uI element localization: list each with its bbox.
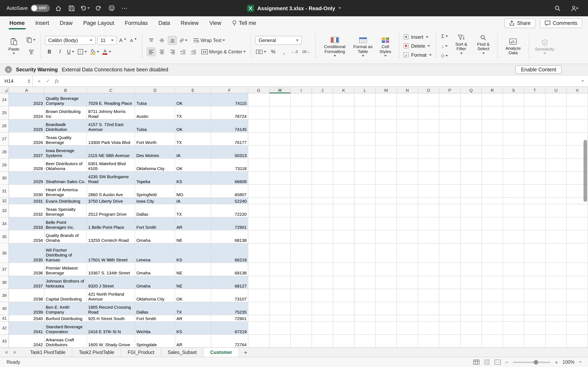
cell-A43[interactable]: 2042 <box>9 335 44 347</box>
cell-H30[interactable] <box>269 172 291 185</box>
cell-N41[interactable] <box>397 315 418 322</box>
zoom-out-button[interactable]: − <box>505 359 508 365</box>
cell-S36[interactable] <box>503 243 524 263</box>
cell-Q33[interactable] <box>461 204 482 217</box>
cell-S41[interactable] <box>503 315 524 322</box>
cell-V39[interactable] <box>567 289 588 302</box>
cell-R32[interactable] <box>482 198 503 204</box>
align-bottom-button[interactable] <box>168 36 177 45</box>
cell-V24[interactable] <box>567 93 588 106</box>
cell-H34[interactable] <box>269 217 291 230</box>
cell-H31[interactable] <box>269 185 291 198</box>
paste-button[interactable]: Paste <box>5 37 23 55</box>
cell-T30[interactable] <box>524 172 545 185</box>
cell-V26[interactable] <box>567 119 588 133</box>
cell-J26[interactable] <box>312 119 333 133</box>
cell-L28[interactable] <box>355 146 376 159</box>
orientation-button[interactable]: ab <box>178 36 188 45</box>
cell-G30[interactable] <box>248 172 269 185</box>
row-header-34[interactable]: 34 <box>0 217 9 230</box>
cell-D41[interactable]: Fort Smith <box>135 315 175 322</box>
cell-B40[interactable]: Ben E. Keith Company <box>44 302 87 315</box>
cell-A28[interactable]: 2027 <box>9 146 44 159</box>
format-as-table-button[interactable]: Format as Table <box>351 34 374 58</box>
cell-C33[interactable]: 2512 Program Drive <box>87 204 135 217</box>
format-cells-button[interactable]: Format <box>403 51 432 59</box>
cell-U37[interactable] <box>545 263 567 276</box>
cell-M41[interactable] <box>376 315 397 322</box>
name-box-stepper[interactable] <box>28 79 30 83</box>
cell-S38[interactable] <box>503 276 524 289</box>
cell-N34[interactable] <box>397 217 418 230</box>
cell-R37[interactable] <box>482 263 503 276</box>
cell-O41[interactable] <box>418 315 439 322</box>
cell-V33[interactable] <box>567 204 588 217</box>
cell-O24[interactable] <box>418 93 439 106</box>
cell-H26[interactable] <box>269 119 291 133</box>
row-header-43[interactable]: 43 <box>0 335 9 347</box>
tab-tell-me[interactable]: Tell me <box>226 16 261 30</box>
align-center-button[interactable] <box>157 47 166 56</box>
page-layout-view-button[interactable] <box>484 360 490 365</box>
cell-T29[interactable] <box>524 159 545 172</box>
cell-I43[interactable] <box>291 335 312 347</box>
cell-V42[interactable] <box>567 322 588 335</box>
cell-M31[interactable] <box>376 185 397 198</box>
cell-C40[interactable]: 1805 Record Crossing Road <box>87 302 135 315</box>
cell-U34[interactable] <box>545 217 567 230</box>
cell-D28[interactable]: Des Moines <box>135 146 175 159</box>
cell-T43[interactable] <box>524 335 545 347</box>
cell-O43[interactable] <box>418 335 439 347</box>
cell-R29[interactable] <box>482 159 503 172</box>
cell-P42[interactable] <box>439 322 461 335</box>
cell-R36[interactable] <box>482 243 503 263</box>
cell-T37[interactable] <box>524 263 545 276</box>
cell-S28[interactable] <box>503 146 524 159</box>
analyze-data-button[interactable]: Analyze Data <box>502 36 525 56</box>
row-header-36[interactable]: 36 <box>0 243 9 263</box>
cell-U29[interactable] <box>545 159 567 172</box>
cell-J39[interactable] <box>312 289 333 302</box>
align-left-button[interactable] <box>147 47 156 56</box>
cell-A24[interactable]: 2023 <box>9 93 44 106</box>
merge-center-button[interactable]: Merge & Center <box>200 47 247 56</box>
zoom-in-button[interactable]: + <box>555 359 558 365</box>
cell-E37[interactable]: NE <box>175 263 211 276</box>
tab-formulas[interactable]: Formulas <box>120 16 153 30</box>
cell-T24[interactable] <box>524 93 545 106</box>
tab-draw[interactable]: Draw <box>54 16 78 30</box>
cell-Q35[interactable] <box>461 230 482 243</box>
cell-C30[interactable]: 4235 SW Burlingame Road <box>87 172 135 185</box>
cell-L25[interactable] <box>355 106 376 119</box>
cell-F31[interactable]: 65807 <box>211 185 248 198</box>
cell-L41[interactable] <box>355 315 376 322</box>
column-header-D[interactable]: D <box>135 87 175 93</box>
cell-P26[interactable] <box>439 119 461 133</box>
column-header-C[interactable]: C <box>87 87 135 93</box>
cell-O28[interactable] <box>418 146 439 159</box>
cell-R25[interactable] <box>482 106 503 119</box>
cell-M42[interactable] <box>376 322 397 335</box>
cell-J25[interactable] <box>312 106 333 119</box>
cell-H39[interactable] <box>269 289 291 302</box>
cell-N37[interactable] <box>397 263 418 276</box>
cell-S43[interactable] <box>503 335 524 347</box>
cell-V37[interactable] <box>567 263 588 276</box>
cell-L26[interactable] <box>355 119 376 133</box>
cell-F24[interactable]: 74115 <box>211 93 248 106</box>
cell-T40[interactable] <box>524 302 545 315</box>
row-header-30[interactable]: 30 <box>0 172 9 185</box>
cell-P41[interactable] <box>439 315 461 322</box>
cell-H41[interactable] <box>269 315 291 322</box>
cell-A37[interactable]: 2036 <box>9 263 44 276</box>
cell-N31[interactable] <box>397 185 418 198</box>
row-header-40[interactable]: 40 <box>0 302 9 315</box>
cell-B33[interactable]: Texas Specialty Beverage <box>44 204 87 217</box>
cell-H28[interactable] <box>269 146 291 159</box>
cell-Q24[interactable] <box>461 93 482 106</box>
cell-K31[interactable] <box>333 185 355 198</box>
cell-O40[interactable] <box>418 302 439 315</box>
cell-K38[interactable] <box>333 276 355 289</box>
cell-N27[interactable] <box>397 133 418 146</box>
cell-A25[interactable]: 2024 <box>9 106 44 119</box>
